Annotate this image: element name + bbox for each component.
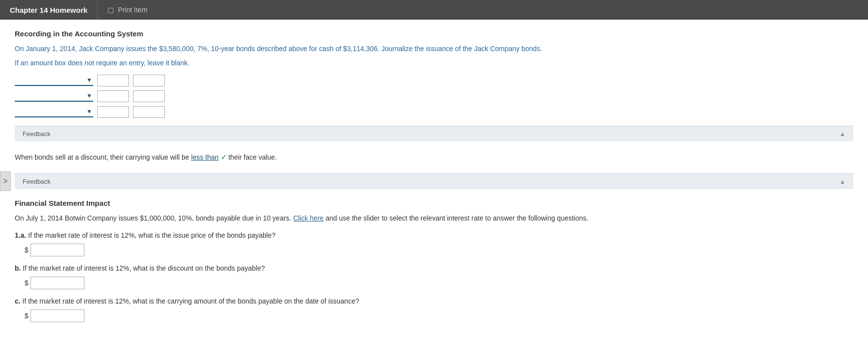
click-here-link[interactable]: Click here bbox=[293, 214, 323, 222]
question-1a-strong: 1.a. bbox=[15, 231, 26, 239]
journal-select-wrapper-1: ▼ bbox=[15, 75, 93, 86]
journal-table: ▼ ▼ bbox=[15, 75, 853, 118]
recording-title: Recording in the Accounting System bbox=[15, 29, 853, 38]
print-button[interactable]: ▢ Print Item bbox=[98, 0, 157, 20]
question-c-text: If the market rate of interest is 12%, w… bbox=[21, 297, 359, 305]
financial-intro-after: and use the slider to select the relevan… bbox=[324, 214, 588, 222]
journal-row: ▼ bbox=[15, 90, 853, 102]
question-b-strong: b. bbox=[15, 264, 21, 272]
question-1a-text: If the market rate of interest is 12%, w… bbox=[26, 231, 275, 239]
journal-select-wrapper-2: ▼ bbox=[15, 91, 93, 102]
recording-section: Recording in the Accounting System On Ja… bbox=[15, 29, 853, 141]
sentence-after: their face value. bbox=[227, 153, 277, 161]
feedback-label-1: Feedback bbox=[23, 130, 51, 138]
journal-account-select-2[interactable] bbox=[15, 91, 93, 101]
journal-credit-2[interactable] bbox=[133, 90, 165, 102]
sentence-before: When bonds sell at a discount, their car… bbox=[15, 153, 191, 161]
dollar-sign-1a: $ bbox=[25, 246, 28, 254]
dollar-sign-c: $ bbox=[25, 312, 28, 320]
discount-answer-sentence: When bonds sell at a discount, their car… bbox=[15, 151, 853, 164]
journal-debit-1[interactable] bbox=[97, 75, 129, 86]
question-b: b. If the market rate of interest is 12%… bbox=[15, 263, 853, 289]
question-b-text: If the market rate of interest is 12%, w… bbox=[21, 264, 264, 272]
print-label: Print Item bbox=[118, 6, 147, 14]
financial-section: Financial Statement Impact On July 1, 20… bbox=[15, 199, 853, 322]
question-1a-label: 1.a. If the market rate of interest is 1… bbox=[15, 230, 853, 241]
feedback-label-2: Feedback bbox=[23, 178, 51, 185]
question-1a: 1.a. If the market rate of interest is 1… bbox=[15, 230, 853, 256]
issue-price-input[interactable] bbox=[30, 244, 84, 256]
journal-select-wrapper-3: ▼ bbox=[15, 107, 93, 117]
journal-credit-3[interactable] bbox=[133, 106, 165, 118]
feedback-arrow-icon-1: ▲ bbox=[840, 131, 845, 138]
dollar-input-wrapper-c: $ bbox=[25, 309, 853, 322]
feedback-arrow-icon-2: ▲ bbox=[840, 178, 845, 185]
journal-account-select-1[interactable] bbox=[15, 75, 93, 85]
discount-input[interactable] bbox=[30, 277, 84, 289]
journal-row: ▼ bbox=[15, 75, 853, 86]
chevron-right-icon: > bbox=[3, 177, 7, 186]
question-b-label: b. If the market rate of interest is 12%… bbox=[15, 263, 853, 274]
chapter-title: Chapter 14 Homework bbox=[0, 0, 97, 20]
recording-instruction: If an amount box does not require an ent… bbox=[15, 59, 853, 67]
journal-account-select-3[interactable] bbox=[15, 107, 93, 116]
recording-question: On January 1, 2014, Jack Company issues … bbox=[15, 44, 853, 54]
journal-debit-3[interactable] bbox=[97, 106, 129, 118]
question-c-strong: c. bbox=[15, 297, 21, 305]
discount-answer: less than bbox=[191, 153, 219, 161]
journal-debit-2[interactable] bbox=[97, 90, 129, 102]
print-icon: ▢ bbox=[107, 6, 114, 14]
financial-title: Financial Statement Impact bbox=[15, 199, 853, 207]
feedback-bar-1: Feedback ▲ bbox=[15, 126, 853, 141]
journal-credit-1[interactable] bbox=[133, 75, 165, 86]
carrying-amount-input[interactable] bbox=[30, 309, 84, 322]
main-content: Recording in the Accounting System On Ja… bbox=[0, 20, 868, 339]
check-mark: ✓ bbox=[221, 153, 227, 161]
dollar-input-wrapper-1a: $ bbox=[25, 244, 853, 256]
question-c: c. If the market rate of interest is 12%… bbox=[15, 296, 853, 322]
question-c-label: c. If the market rate of interest is 12%… bbox=[15, 296, 853, 306]
feedback-bar-2: Feedback ▲ bbox=[15, 173, 853, 189]
page-header: Chapter 14 Homework ▢ Print Item bbox=[0, 0, 868, 20]
sidebar-toggle[interactable]: > bbox=[0, 171, 11, 191]
journal-row: ▼ bbox=[15, 106, 853, 118]
financial-intro: On July 1, 2014 Botwin Company issues $1… bbox=[15, 213, 853, 223]
dollar-input-wrapper-b: $ bbox=[25, 277, 853, 289]
dollar-sign-b: $ bbox=[25, 279, 28, 287]
financial-intro-before: On July 1, 2014 Botwin Company issues $1… bbox=[15, 214, 293, 222]
